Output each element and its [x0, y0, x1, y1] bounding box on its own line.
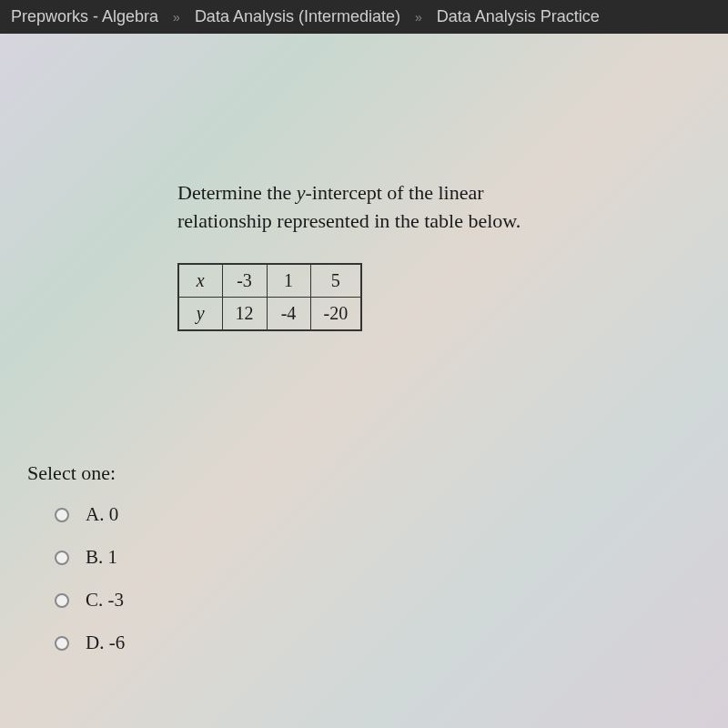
breadcrumb: Prepworks - Algebra » Data Analysis (Int…: [0, 0, 728, 34]
table-row-label-y: y: [178, 297, 222, 330]
table-cell: -3: [222, 264, 267, 298]
question-text-part: relationship represented in the table be…: [177, 209, 521, 232]
option-label: B. 1: [86, 546, 117, 569]
select-prompt: Select one:: [27, 461, 125, 485]
option-label: A. 0: [86, 503, 118, 526]
radio-icon[interactable]: [55, 508, 69, 522]
question-text-part: Determine the: [177, 181, 297, 204]
radio-icon[interactable]: [55, 593, 69, 608]
breadcrumb-item-topic[interactable]: Data Analysis (Intermediate): [195, 7, 400, 26]
option-label: C. -3: [86, 589, 124, 612]
option-b[interactable]: B. 1: [27, 546, 125, 569]
question-block: Determine the y-intercept of the linear …: [177, 179, 614, 331]
question-text-part: -intercept of the linear: [306, 181, 484, 204]
table-cell: -4: [267, 297, 310, 330]
answer-options: Select one: A. 0 B. 1 C. -3 D. -6: [27, 461, 125, 674]
option-label: D. -6: [86, 632, 125, 654]
chevron-right-icon: »: [415, 10, 422, 25]
data-table-container: x -3 1 5 y 12 -4 -20: [177, 263, 614, 331]
table-cell: 12: [222, 297, 267, 330]
radio-icon[interactable]: [55, 551, 69, 565]
radio-icon[interactable]: [55, 636, 69, 651]
option-c[interactable]: C. -3: [27, 589, 125, 612]
table-cell: -20: [310, 297, 361, 330]
content-area: Determine the y-intercept of the linear …: [0, 34, 728, 725]
option-a[interactable]: A. 0: [27, 503, 125, 526]
question-variable-y: y: [297, 181, 306, 204]
table-row: y 12 -4 -20: [178, 297, 361, 330]
question-text: Determine the y-intercept of the linear …: [177, 179, 614, 236]
data-table: x -3 1 5 y 12 -4 -20: [177, 263, 362, 331]
chevron-right-icon: »: [173, 10, 180, 25]
option-d[interactable]: D. -6: [27, 632, 125, 654]
table-row: x -3 1 5: [178, 264, 361, 298]
breadcrumb-item-page[interactable]: Data Analysis Practice: [437, 7, 600, 26]
breadcrumb-item-course[interactable]: Prepworks - Algebra: [11, 7, 158, 26]
table-cell: 5: [310, 264, 361, 298]
table-cell: 1: [267, 264, 310, 298]
table-row-label-x: x: [178, 264, 222, 298]
